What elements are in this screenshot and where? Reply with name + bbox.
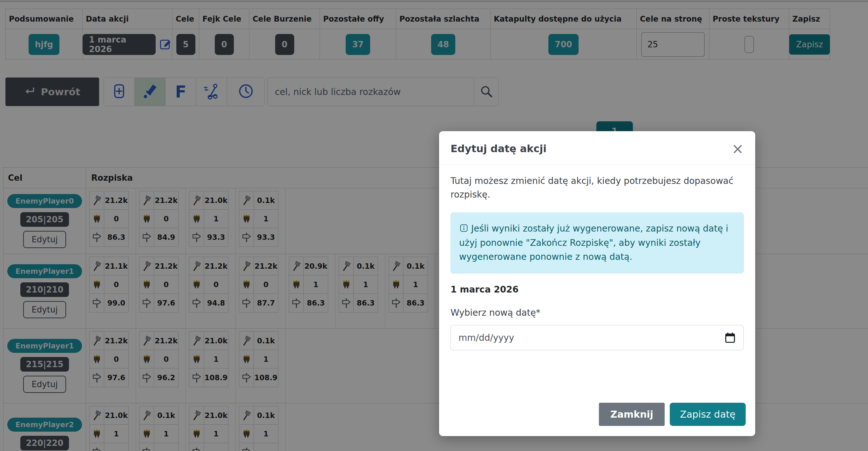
modal-description: Tutaj możesz zmienić datę akcji, kiedy p… [451,174,744,202]
new-date-label: Wybierz nową datę* [451,308,744,318]
modal-header: Edytuj datę akcji × [439,131,755,164]
current-action-date: 1 marca 2026 [451,284,744,295]
edit-date-modal: Edytuj datę akcji × Tutaj możesz zmienić… [439,131,755,436]
calendar-icon[interactable] [723,331,737,346]
modal-footer: Zamknij Zapisz datę [439,403,755,436]
modal-body: Tutaj możesz zmienić datę akcji, kiedy p… [439,164,755,403]
modal-title: Edytuj datę akcji [451,142,547,155]
save-date-button[interactable]: Zapisz datę [670,403,746,426]
info-alert: Jeśli wyniki zostały już wygenerowane, z… [451,213,744,273]
new-date-input[interactable] [451,325,744,350]
date-field [451,325,744,350]
close-icon[interactable]: × [732,143,744,154]
info-square-icon [459,223,469,233]
close-modal-button[interactable]: Zamknij [599,403,665,426]
info-alert-text: Jeśli wyniki zostały już wygenerowane, z… [459,223,728,262]
